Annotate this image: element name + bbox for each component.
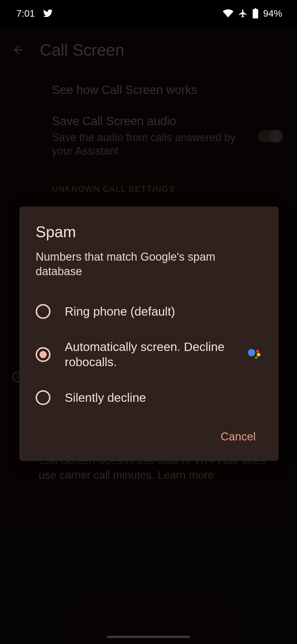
status-time: 7:01 xyxy=(16,8,35,19)
radio-icon xyxy=(36,390,50,405)
airplane-icon xyxy=(238,9,248,18)
radio-icon xyxy=(36,304,50,319)
svg-point-3 xyxy=(248,349,255,356)
dialog-subtitle: Numbers that match Google's spam databas… xyxy=(36,250,262,279)
radio-option-ring-phone[interactable]: Ring phone (default) xyxy=(36,294,262,329)
google-assistant-icon xyxy=(246,346,262,363)
battery-icon xyxy=(252,8,258,18)
radio-option-auto-screen[interactable]: Automatically screen. Decline robocalls. xyxy=(36,329,262,380)
battery-percent: 94% xyxy=(263,8,282,19)
wifi-icon xyxy=(223,9,233,18)
status-right: 94% xyxy=(223,8,282,19)
svg-point-6 xyxy=(255,357,257,359)
svg-point-4 xyxy=(256,350,259,353)
radio-option-silently-decline[interactable]: Silently decline xyxy=(36,380,262,415)
radio-label: Ring phone (default) xyxy=(65,304,262,319)
twitter-icon xyxy=(43,8,53,18)
dialog-title: Spam xyxy=(36,223,262,241)
spam-dialog: Spam Numbers that match Google's spam da… xyxy=(19,207,279,461)
radio-label: Automatically screen. Decline robocalls. xyxy=(65,339,232,370)
radio-label: Silently decline xyxy=(65,390,262,405)
radio-icon-selected xyxy=(36,347,50,362)
status-left: 7:01 xyxy=(16,8,53,19)
cancel-button[interactable]: Cancel xyxy=(217,427,259,446)
svg-point-5 xyxy=(257,353,260,356)
status-bar: 7:01 94% xyxy=(0,0,297,27)
